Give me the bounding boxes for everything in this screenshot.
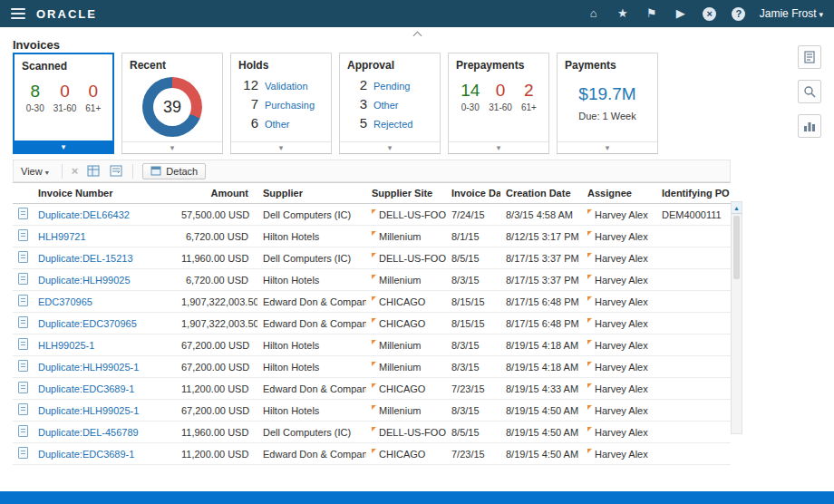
table-row[interactable]: Duplicate:DEL-456789 11,960.00 USD Dell … [13, 422, 731, 443]
view-menu-button[interactable]: View ▾ [17, 164, 53, 179]
invoice-number-link[interactable]: Duplicate:EDC370965 [38, 318, 137, 329]
table-row[interactable]: Duplicate:DEL66432 57,500.00 USD Dell Co… [13, 204, 731, 226]
identifying-po-cell [656, 269, 731, 291]
reports-panel-button[interactable] [798, 45, 821, 69]
supplier-cell: Edward Don & Company [257, 443, 366, 465]
navigator-menu-icon[interactable] [11, 8, 25, 19]
announcements-icon[interactable]: ▶ [673, 5, 689, 22]
creation-date-cell: 8/17/15 6:48 PM [500, 291, 582, 313]
invoice-number-link[interactable]: Duplicate:DEL-15213 [38, 253, 133, 264]
column-header-invoice-number[interactable]: Invoice Number [33, 183, 176, 204]
invoice-number-link[interactable]: HLH99025-1 [38, 340, 94, 351]
freeze-columns-button[interactable] [87, 165, 101, 177]
report-icon [803, 51, 816, 63]
table-row[interactable]: Duplicate:EDC3689-1 11,200.00 USD Edward… [13, 443, 731, 465]
scanned-bin-0-30-label: 0-30 [26, 103, 44, 113]
card-recent[interactable]: Recent 39 ▾ [121, 53, 223, 154]
toolbar-separator [132, 164, 133, 179]
supplier-site-cell: DELL-US-FOOD [366, 204, 446, 226]
table-row[interactable]: Duplicate:DEL-15213 11,960.00 USD Dell C… [13, 247, 731, 269]
favorites-star-icon[interactable]: ★ [615, 5, 631, 22]
assignee-cell: Harvey Alex [582, 313, 656, 334]
home-icon[interactable]: ⌂ [586, 5, 602, 22]
table-row[interactable]: Duplicate:HLH99025-1 67,200.00 USD Hilto… [13, 400, 731, 422]
table-row[interactable]: HLH99721 6,720.00 USD Hilton Hotels Mill… [13, 226, 731, 247]
invoice-date-cell: 8/5/15 [446, 247, 500, 269]
holds-validation-link[interactable]: Validation [265, 81, 308, 92]
changed-indicator-icon [372, 405, 376, 410]
card-payments-expander[interactable]: ▾ [558, 141, 657, 153]
vertical-scrollbar[interactable]: ▲ [731, 201, 742, 434]
invoice-document-icon [18, 251, 28, 263]
invoice-number-link[interactable]: Duplicate:DEL-456789 [38, 427, 139, 438]
search-panel-button[interactable] [798, 80, 821, 103]
scrollbar-thumb[interactable] [733, 216, 740, 279]
invoice-document-icon [18, 425, 28, 437]
payments-due-text: Due: 1 Week [558, 111, 657, 121]
table-row[interactable]: Duplicate:EDC3689-1 11,200.00 USD Edward… [13, 378, 731, 400]
scroll-up-arrow-icon[interactable]: ▲ [732, 202, 742, 214]
table-row[interactable]: Duplicate:HLH99025-1 67,200.00 USD Hilto… [13, 356, 731, 378]
detach-button[interactable]: Detach [142, 163, 206, 179]
column-header-supplier[interactable]: Supplier [257, 183, 366, 204]
charts-panel-button[interactable] [798, 114, 821, 138]
creation-date-cell: 8/19/15 4:33 AM [500, 378, 582, 400]
card-prepayments[interactable]: Prepayments 140-30 031-60 261+ ▾ [448, 53, 549, 154]
creation-date-cell: 8/17/15 3:37 PM [500, 269, 582, 291]
approval-pending-link[interactable]: Pending [373, 81, 410, 92]
card-scanned[interactable]: Scanned 80-30 031-60 061+ ▾ [13, 53, 114, 154]
card-approval[interactable]: Approval 2Pending 3Other 5Rejected ▾ [339, 53, 441, 154]
card-holds[interactable]: Holds 12Validation 7Purchasing 6Other ▾ [230, 53, 332, 154]
card-recent-expander[interactable]: ▾ [122, 141, 222, 153]
column-header-supplier-site[interactable]: Supplier Site [366, 183, 446, 204]
invoice-number-link[interactable]: Duplicate:HLH99025 [38, 275, 131, 286]
approval-rejected-link[interactable]: Rejected [373, 119, 412, 130]
card-payments[interactable]: Payments $19.7M Due: 1 Week ▾ [557, 53, 658, 154]
invoice-number-link[interactable]: Duplicate:EDC3689-1 [38, 449, 134, 460]
column-header-amount[interactable]: Amount [176, 183, 257, 204]
card-scanned-expander[interactable]: ▾ [15, 141, 112, 152]
table-row[interactable]: Duplicate:EDC370965 1,907,322,003.50 USD… [13, 313, 731, 334]
flag-icon[interactable]: ⚑ [644, 5, 660, 22]
table-row[interactable]: EDC370965 1,907,322,003.50 USD Edward Do… [13, 291, 731, 313]
card-prepayments-expander[interactable]: ▾ [449, 141, 548, 153]
invoice-number-link[interactable]: Duplicate:DEL66432 [38, 209, 130, 220]
supplier-cell: Hilton Hotels [257, 400, 366, 422]
help-icon[interactable]: ? [731, 5, 747, 22]
card-holds-expander[interactable]: ▾ [231, 141, 331, 153]
delete-row-button[interactable]: × [72, 164, 79, 178]
right-rail [798, 45, 821, 138]
close-session-icon[interactable]: × [702, 5, 718, 22]
recent-donut-chart[interactable]: 39 [142, 77, 202, 137]
changed-indicator-icon [587, 405, 592, 410]
approval-other-link[interactable]: Other [373, 100, 399, 111]
wrap-text-button[interactable] [110, 165, 123, 177]
column-header-identifying-po[interactable]: Identifying PO [656, 183, 731, 204]
column-header-assignee[interactable]: Assignee [582, 183, 656, 204]
invoice-number-link[interactable]: Duplicate:HLH99025-1 [38, 405, 139, 416]
creation-date-cell: 8/12/15 3:17 PM [500, 226, 582, 247]
collapse-cards-handle[interactable] [406, 30, 428, 39]
user-menu[interactable]: Jamie Frost▾ [760, 7, 823, 20]
card-title: Holds [231, 53, 331, 73]
chevron-down-icon: ▾ [819, 10, 823, 19]
identifying-po-cell: DEM4000111 [656, 204, 731, 226]
supplier-site-cell: Millenium [366, 269, 446, 291]
invoice-number-link[interactable]: HLH99721 [38, 231, 86, 242]
invoice-number-link[interactable]: Duplicate:HLH99025-1 [38, 362, 139, 373]
page-title: Invoices [13, 38, 60, 52]
amount-cell: 57,500.00 USD [176, 204, 257, 226]
holds-purchasing-link[interactable]: Purchasing [265, 100, 315, 111]
assignee-cell: Harvey Alex [582, 422, 656, 443]
identifying-po-cell [656, 247, 731, 269]
creation-date-cell: 8/17/15 6:48 PM [500, 313, 582, 334]
invoice-number-link[interactable]: EDC370965 [38, 296, 92, 307]
holds-other-link[interactable]: Other [265, 119, 290, 130]
card-approval-expander[interactable]: ▾ [340, 141, 440, 153]
column-header-creation-date[interactable]: Creation Date [500, 183, 582, 204]
table-row[interactable]: HLH99025-1 67,200.00 USD Hilton Hotels M… [13, 334, 731, 356]
table-row[interactable]: Duplicate:HLH99025 6,720.00 USD Hilton H… [13, 269, 731, 291]
invoice-number-link[interactable]: Duplicate:EDC3689-1 [38, 383, 134, 394]
column-header-invoice-date[interactable]: Invoice Date [446, 183, 500, 204]
changed-indicator-icon [372, 362, 376, 366]
